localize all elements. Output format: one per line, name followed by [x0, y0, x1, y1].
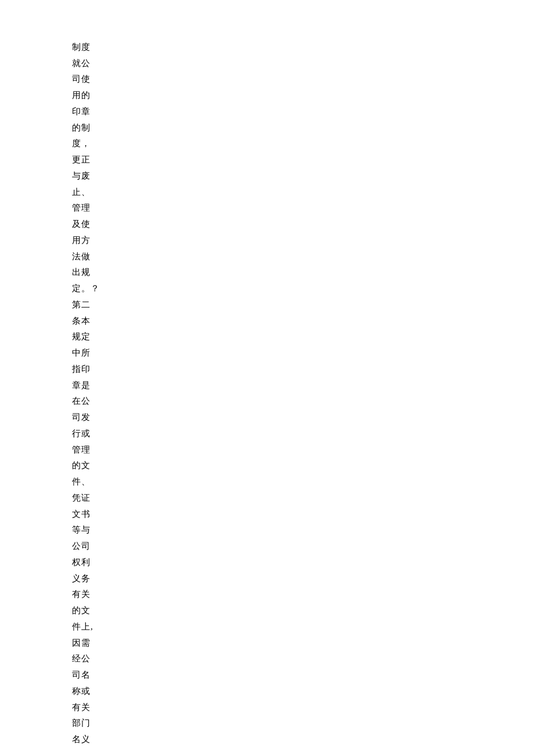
- text-line: 因需: [72, 635, 100, 652]
- text-line: 等与: [72, 522, 100, 538]
- text-line: 有关: [72, 700, 100, 716]
- text-line: 条本: [72, 313, 100, 330]
- text-line: 名义: [72, 732, 100, 748]
- text-line: 中所: [72, 345, 100, 361]
- text-line: 的文: [72, 603, 100, 619]
- text-line: 有关: [72, 587, 100, 603]
- text-line: 止、: [72, 185, 100, 201]
- text-line: 部门: [72, 715, 100, 732]
- text-line: 经公: [72, 651, 100, 667]
- text-line: 印章: [72, 104, 100, 120]
- text-line: 规定: [72, 329, 100, 345]
- text-line: 用方: [72, 233, 100, 249]
- text-line: 定。？: [72, 281, 100, 297]
- text-line: 用的: [72, 88, 100, 104]
- text-line: 文书: [72, 507, 100, 523]
- text-line: 章是: [72, 378, 100, 394]
- text-line: 凭证: [72, 490, 100, 507]
- text-line: 管理: [72, 442, 100, 458]
- text-line: 件上,: [72, 619, 100, 635]
- text-line: 在公: [72, 393, 100, 410]
- text-line: 及使: [72, 216, 100, 233]
- text-line: 与废: [72, 168, 100, 185]
- main-text-content: 制度就公司使用的印章的制度，更正与废止、管理及使用方法做出规定。？第二条本规定中…: [72, 23, 100, 748]
- text-line: 权利: [72, 555, 100, 571]
- text-line: 就公: [72, 56, 100, 72]
- text-line: 件、: [72, 474, 100, 490]
- text-line: 行或: [72, 426, 100, 442]
- text-line: 称或: [72, 683, 100, 700]
- text-line: 度，: [72, 136, 100, 152]
- text-line: 更正: [72, 152, 100, 168]
- text-line: 义务: [72, 571, 100, 587]
- text-line: 司使: [72, 71, 100, 88]
- text-line: 管理: [72, 200, 100, 216]
- text-line: 指印: [72, 361, 100, 378]
- text-line: 的文: [72, 458, 100, 474]
- text-line: 制度: [72, 39, 100, 56]
- text-line: 法做: [72, 249, 100, 265]
- text-line: 司名: [72, 667, 100, 683]
- text-line: 司发: [72, 410, 100, 426]
- text-line: 公司: [72, 538, 100, 555]
- text-line: 第二: [72, 297, 100, 313]
- text-line: 出规: [72, 265, 100, 281]
- text-line: 的制: [72, 120, 100, 136]
